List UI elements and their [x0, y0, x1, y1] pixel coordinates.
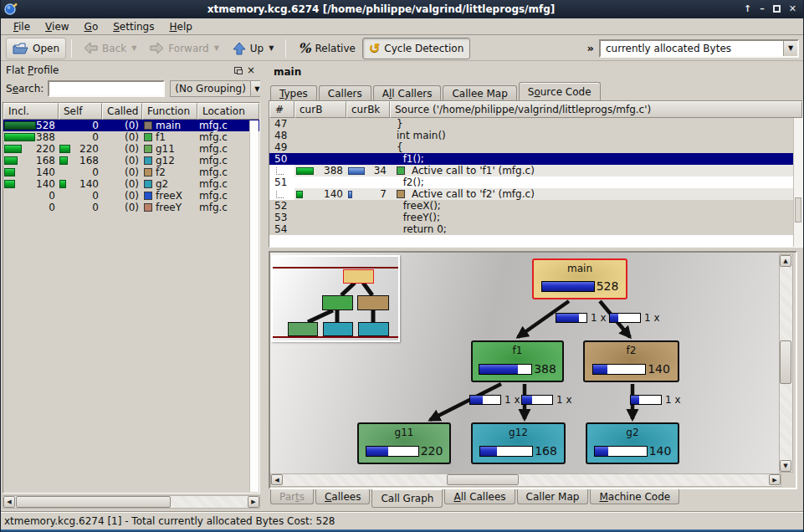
active-call-row[interactable]: 1407Active call to 'f2' (mfg.c)	[269, 188, 802, 200]
column-header-incl[interactable]: Incl.	[3, 103, 59, 120]
scroll-right-icon[interactable]: ▶	[769, 474, 781, 485]
call-text-cell: Active call to 'f1' (mfg.c)	[390, 165, 802, 176]
table-row-f1[interactable]: 3880(0)f1mfg.c	[3, 131, 259, 143]
back-dropdown-icon[interactable]: ▼	[131, 44, 136, 52]
function-color-icon	[144, 180, 152, 188]
cycle-detection-button[interactable]: ↺ Cycle Detection	[362, 38, 470, 59]
open-button[interactable]: Open	[6, 38, 66, 59]
graph-node-main[interactable]: main528	[532, 258, 627, 299]
scroll-down-icon[interactable]: ▼	[780, 460, 791, 472]
maximize-button[interactable]	[773, 5, 781, 13]
tab-machine-code[interactable]: Machine Code	[590, 489, 679, 504]
scroll-left-icon[interactable]: ◀	[3, 496, 15, 508]
source-line-52[interactable]: 52 freeX();	[269, 200, 802, 212]
vertical-splitter[interactable]	[260, 62, 268, 510]
table-row-main[interactable]: 5280(0)mainmfg.c	[3, 120, 259, 131]
scroll-left-icon[interactable]: ◀	[271, 474, 283, 485]
menu-item-go[interactable]: Go	[77, 20, 106, 33]
source-line-50[interactable]: 50 f1();	[269, 153, 802, 165]
dock-close-icon[interactable]: ×	[247, 64, 255, 76]
scroll-slider[interactable]	[780, 340, 791, 384]
source-line-54[interactable]: 54 return 0;	[269, 223, 802, 235]
tab-callee-map[interactable]: Callee Map	[443, 85, 516, 100]
tab-callees[interactable]: Callees	[315, 489, 370, 504]
dock-float-icon[interactable]	[234, 67, 242, 74]
forward-dropdown-icon[interactable]: ▼	[214, 44, 219, 52]
tab-caller-map[interactable]: Caller Map	[517, 489, 589, 504]
incl-value: 220	[22, 143, 59, 155]
table-row-g12[interactable]: 168168(0)g12mfg.c	[3, 155, 259, 166]
combo-arrow-icon[interactable]: ▼	[783, 41, 797, 56]
table-row-g2[interactable]: 140140(0)g2mfg.c	[3, 178, 259, 190]
shade-button[interactable]: ↑	[744, 1, 751, 18]
line-number: 53	[269, 212, 294, 223]
tab-call-graph[interactable]: Call Graph	[371, 489, 443, 508]
graph-vscrollbar[interactable]: ▲ ▼	[779, 254, 793, 473]
close-button[interactable]: ✕	[789, 1, 796, 18]
event-type-select[interactable]: currently allocated Bytes ▼	[599, 39, 799, 58]
table-row-freeX[interactable]: 00(0)freeXmfg.c	[3, 190, 259, 202]
menu-item-view[interactable]: View	[38, 20, 76, 33]
curBk-cell	[346, 141, 390, 153]
search-input[interactable]	[48, 80, 165, 97]
col-source[interactable]: Source ('/home/philippe/valgrind/littlep…	[390, 101, 802, 118]
tab-all-callers[interactable]: All Callers	[373, 85, 442, 100]
called-value: (0)	[102, 166, 142, 178]
column-header-called[interactable]: Called	[102, 103, 142, 120]
grouping-select[interactable]: (No Grouping) ▼	[170, 80, 264, 97]
graph-node-g11[interactable]: g11220	[357, 422, 451, 464]
source-line-47[interactable]: 47}	[269, 118, 802, 130]
tab-callers[interactable]: Callers	[319, 85, 371, 100]
flat-profile-hscrollbar[interactable]: ◀ ▶	[3, 495, 260, 509]
source-line-48[interactable]: 48int main()	[269, 130, 802, 141]
back-button[interactable]: Back ▼	[77, 38, 143, 59]
menu-item-settings[interactable]: Settings	[105, 20, 161, 33]
call-graph-canvas[interactable]: main528f1388f2140g11220g12168g21401 x1 x…	[270, 253, 779, 473]
graph-node-f2[interactable]: f2140	[583, 340, 679, 382]
self-value: 0	[59, 166, 102, 178]
menu-item-file[interactable]: File	[6, 20, 38, 33]
source-line-49[interactable]: 49{	[269, 141, 802, 153]
tab-source-code[interactable]: Source Code	[519, 82, 601, 100]
incl-value: 140	[15, 178, 59, 190]
relative-toggle-button[interactable]: % Relative	[291, 38, 362, 59]
node-cost-row: 220	[366, 444, 443, 458]
self-cell: 0	[59, 202, 102, 213]
column-header-function[interactable]: Function	[142, 103, 197, 120]
flat-profile-vscrollbar[interactable]	[249, 120, 259, 492]
scroll-right-icon[interactable]: ▶	[248, 496, 259, 508]
scroll-up-icon[interactable]: ▲	[780, 255, 791, 267]
source-line-53[interactable]: 53 freeY();	[269, 212, 802, 223]
forward-button[interactable]: Forward ▼	[143, 38, 225, 59]
minimize-button[interactable]: –	[760, 1, 765, 18]
source-line-51[interactable]: 51 f2();	[269, 176, 802, 188]
graph-node-g12[interactable]: g12168	[471, 422, 566, 464]
tab-all-callees[interactable]: All Callees	[444, 489, 515, 504]
table-row-f2[interactable]: 1400(0)f2mfg.c	[3, 166, 259, 178]
function-name: main	[156, 120, 181, 131]
up-button[interactable]: Up ▼	[226, 38, 281, 59]
edge-call-count-label: 1 x	[469, 394, 520, 406]
col-curB[interactable]: curB	[294, 101, 346, 118]
flat-profile-dock-title: Flat Profile ×	[3, 63, 260, 77]
scroll-slider[interactable]	[16, 496, 171, 508]
column-header-location[interactable]: Location	[197, 103, 259, 120]
col-line-number[interactable]: #	[269, 101, 294, 118]
menu-item-help[interactable]: Help	[161, 20, 199, 33]
toolbar-overflow-button[interactable]: »	[582, 42, 599, 54]
up-dropdown-icon[interactable]: ▼	[269, 44, 274, 52]
table-row-freeY[interactable]: 00(0)freeYmfg.c	[3, 202, 259, 213]
table-row-g11[interactable]: 220220(0)g11mfg.c	[3, 143, 259, 155]
graph-node-f1[interactable]: f1388	[471, 340, 564, 382]
tab-parts[interactable]: Parts	[270, 489, 314, 504]
col-curBk[interactable]: curBk	[346, 101, 390, 118]
graph-hscrollbar[interactable]: ◀ ▶	[270, 473, 781, 487]
graph-node-g2[interactable]: g2140	[586, 422, 679, 464]
tab-types[interactable]: Types	[270, 85, 317, 100]
source-vscrollbar[interactable]	[793, 118, 802, 247]
graph-overview-minimap[interactable]	[271, 255, 400, 342]
active-call-row[interactable]: 38834Active call to 'f1' (mfg.c)	[269, 165, 802, 176]
titlebar[interactable]: xtmemory.kcg.6274 [/home/philippe/valgri…	[1, 0, 803, 18]
column-header-self[interactable]: Self	[59, 103, 102, 120]
scroll-slider[interactable]	[447, 474, 519, 485]
